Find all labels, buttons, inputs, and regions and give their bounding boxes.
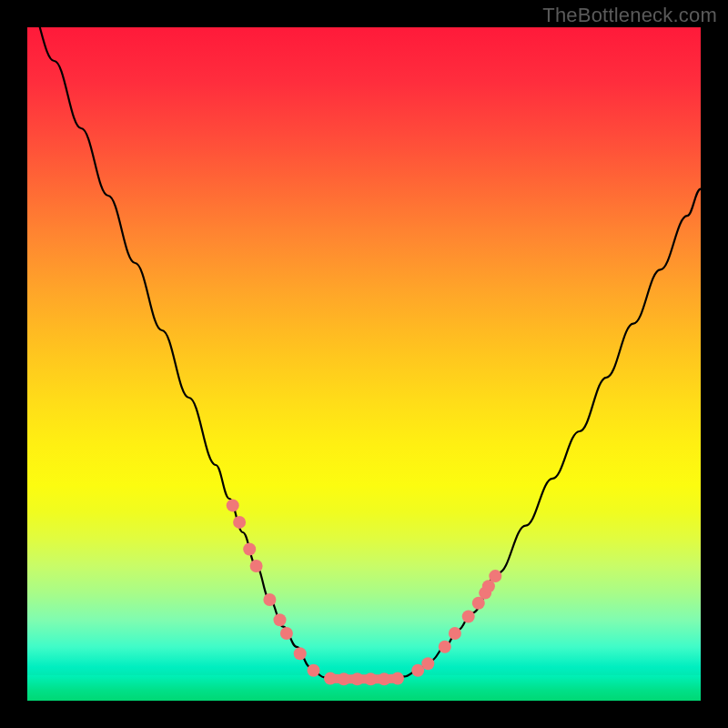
data-dot (250, 560, 263, 572)
curve-group (27, 27, 701, 679)
data-dot (308, 664, 320, 677)
data-dot (351, 672, 364, 685)
chart-container: TheBottleneck.com (0, 0, 728, 728)
plot-area (27, 27, 701, 701)
data-dot (263, 593, 276, 606)
data-dot (338, 672, 350, 685)
data-dot (233, 516, 246, 529)
left-curve (27, 27, 330, 679)
scatter-dots (227, 499, 502, 685)
watermark-text: TheBottleneck.com (542, 4, 717, 27)
data-dot (243, 543, 256, 556)
data-dot (449, 627, 461, 640)
data-dot (280, 627, 293, 640)
data-dot (364, 672, 377, 685)
data-dot (421, 657, 434, 670)
data-dot (439, 641, 451, 653)
curve-svg (27, 27, 701, 701)
data-dot (294, 647, 307, 660)
data-dot (391, 672, 404, 685)
right-curve (398, 189, 701, 679)
data-dot (378, 672, 390, 685)
data-dot (227, 499, 239, 511)
data-dot (462, 611, 475, 623)
data-dot (489, 570, 501, 582)
data-dot (324, 672, 337, 685)
data-dot (274, 613, 287, 626)
